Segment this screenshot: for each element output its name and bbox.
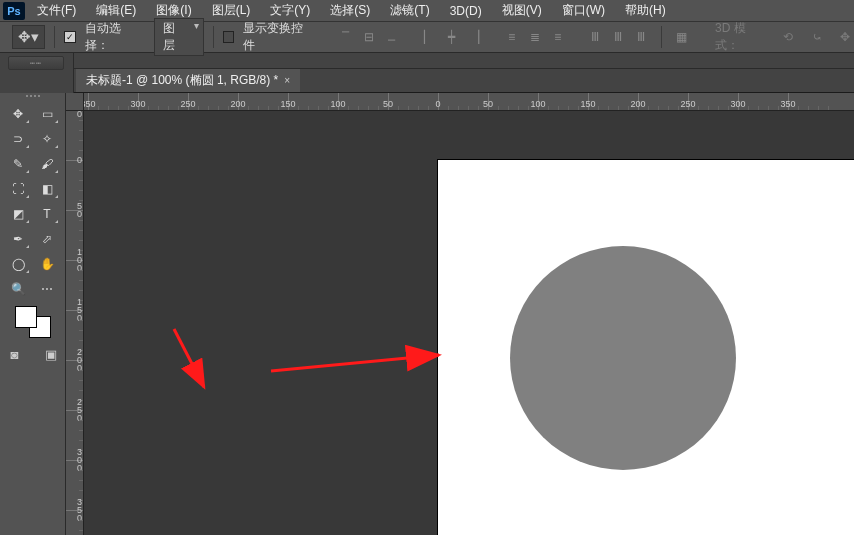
- divider: [661, 26, 662, 48]
- auto-select-label: 自动选择：: [85, 20, 143, 54]
- shape-ellipse-1[interactable]: [510, 246, 736, 470]
- align-bottom-icon[interactable]: ⎽: [381, 26, 403, 48]
- eyedropper-tool[interactable]: ✎: [5, 153, 31, 175]
- app-logo-icon: Ps: [3, 2, 25, 20]
- ruler-vertical[interactable]: 50050100150200250300350: [66, 111, 84, 535]
- menu-type[interactable]: 文字(Y): [262, 0, 318, 21]
- annotation-arrow-1: [164, 321, 244, 401]
- document-tab-title: 未标题-1 @ 100% (椭圆 1, RGB/8) *: [86, 72, 278, 89]
- document-area: 3503002502001501005005010015020025030035…: [66, 93, 854, 535]
- menu-bar: Ps 文件(F) 编辑(E) 图像(I) 图层(L) 文字(Y) 选择(S) 滤…: [0, 0, 854, 21]
- dist-hcenter-icon[interactable]: Ⅲ: [607, 26, 629, 48]
- menu-view[interactable]: 视图(V): [494, 0, 550, 21]
- dist-bottom-icon[interactable]: ≡: [547, 26, 569, 48]
- options-bar: ✥▾ ✓ 自动选择： 图层 显示变换控件 ⎺ ⊟ ⎽ ▏ ┿ ▕ ≡ ≣ ≡ Ⅲ…: [0, 21, 854, 53]
- dist-top-icon[interactable]: ≡: [501, 26, 523, 48]
- auto-select-dropdown[interactable]: 图层: [154, 18, 203, 56]
- brush-tool[interactable]: 🖌: [34, 153, 60, 175]
- show-transform-label: 显示变换控件: [243, 20, 313, 54]
- dist-vcenter-icon[interactable]: ≣: [524, 26, 546, 48]
- menu-help[interactable]: 帮助(H): [617, 0, 674, 21]
- screen-mode-icon[interactable]: ▣: [41, 346, 61, 362]
- direct-select-tool[interactable]: ⬀: [34, 228, 60, 250]
- panel-strip: «: [0, 53, 854, 69]
- orbit-3d-icon[interactable]: ⟲: [779, 28, 797, 46]
- svg-line-3: [271, 355, 439, 371]
- menu-edit[interactable]: 编辑(E): [88, 0, 144, 21]
- toolbox: ✥▭⊃✧✎🖌⛶◧◩T✒⬀◯✋🔍⋯ ◙ ▣: [0, 93, 66, 535]
- menu-layer[interactable]: 图层(L): [204, 0, 259, 21]
- tool-header-grab[interactable]: ┅┅: [8, 56, 64, 70]
- foreground-swatch[interactable]: [15, 306, 37, 328]
- type-tool[interactable]: T: [34, 203, 60, 225]
- svg-line-1: [174, 329, 204, 387]
- eraser-tool[interactable]: ◧: [34, 178, 60, 200]
- quick-mask-icon[interactable]: ◙: [5, 346, 25, 362]
- menu-select[interactable]: 选择(S): [322, 0, 378, 21]
- gradient-tool[interactable]: ◩: [5, 203, 31, 225]
- menu-3d[interactable]: 3D(D): [442, 2, 490, 20]
- align-vcenter-icon[interactable]: ⊟: [358, 26, 380, 48]
- pan-3d-icon[interactable]: ✥: [836, 28, 854, 46]
- align-group-2: ▏ ┿ ▕: [418, 26, 486, 48]
- show-transform-checkbox[interactable]: [223, 31, 235, 43]
- move-tool[interactable]: ✥: [5, 103, 31, 125]
- align-group-1: ⎺ ⊟ ⎽: [335, 26, 403, 48]
- menu-filter[interactable]: 滤镜(T): [382, 0, 437, 21]
- align-right-icon[interactable]: ▕: [464, 26, 486, 48]
- close-icon[interactable]: ×: [284, 75, 290, 86]
- canvas-view[interactable]: [84, 111, 854, 535]
- magic-wand-tool[interactable]: ✧: [34, 128, 60, 150]
- move-icon: ✥▾: [18, 28, 39, 46]
- active-tool-indicator[interactable]: ✥▾: [12, 25, 45, 49]
- document-tabstrip: 未标题-1 @ 100% (椭圆 1, RGB/8) * ×: [0, 69, 854, 93]
- distribute-group-1: ≡ ≣ ≡: [501, 26, 569, 48]
- pen-tool[interactable]: ✒: [5, 228, 31, 250]
- document-tab[interactable]: 未标题-1 @ 100% (椭圆 1, RGB/8) * ×: [76, 69, 300, 92]
- ruler-corner: [66, 93, 84, 111]
- toolbox-grip-icon[interactable]: [4, 95, 62, 101]
- divider: [213, 26, 214, 48]
- roll-3d-icon[interactable]: ⤿: [808, 28, 826, 46]
- align-hcenter-icon[interactable]: ┿: [441, 26, 463, 48]
- marquee-tool[interactable]: ▭: [34, 103, 60, 125]
- ellipse-shape-tool[interactable]: ◯: [5, 253, 31, 275]
- divider: [54, 26, 55, 48]
- dist-left-icon[interactable]: Ⅲ: [584, 26, 606, 48]
- auto-select-checkbox[interactable]: ✓: [64, 31, 76, 43]
- auto-align-icon[interactable]: ▦: [671, 26, 692, 48]
- more-tool[interactable]: ⋯: [34, 278, 60, 300]
- mode-3d-label: 3D 模式：: [715, 20, 768, 54]
- hand-tool[interactable]: ✋: [34, 253, 60, 275]
- lasso-tool[interactable]: ⊃: [5, 128, 31, 150]
- canvas-paper[interactable]: [438, 160, 854, 535]
- annotation-arrow-2: [269, 341, 449, 381]
- dist-right-icon[interactable]: Ⅲ: [630, 26, 652, 48]
- ruler-horizontal[interactable]: 3503002502001501005005010015020025030035…: [84, 93, 854, 111]
- workspace: ✥▭⊃✧✎🖌⛶◧◩T✒⬀◯✋🔍⋯ ◙ ▣ 3503002502001501005…: [0, 93, 854, 535]
- menu-file[interactable]: 文件(F): [29, 0, 84, 21]
- color-swatches[interactable]: [15, 306, 51, 338]
- align-top-icon[interactable]: ⎺: [335, 26, 357, 48]
- zoom-tool[interactable]: 🔍: [5, 278, 31, 300]
- distribute-group-2: Ⅲ Ⅲ Ⅲ: [584, 26, 652, 48]
- align-left-icon[interactable]: ▏: [418, 26, 440, 48]
- menu-window[interactable]: 窗口(W): [554, 0, 613, 21]
- stamp-tool[interactable]: ⛶: [5, 178, 31, 200]
